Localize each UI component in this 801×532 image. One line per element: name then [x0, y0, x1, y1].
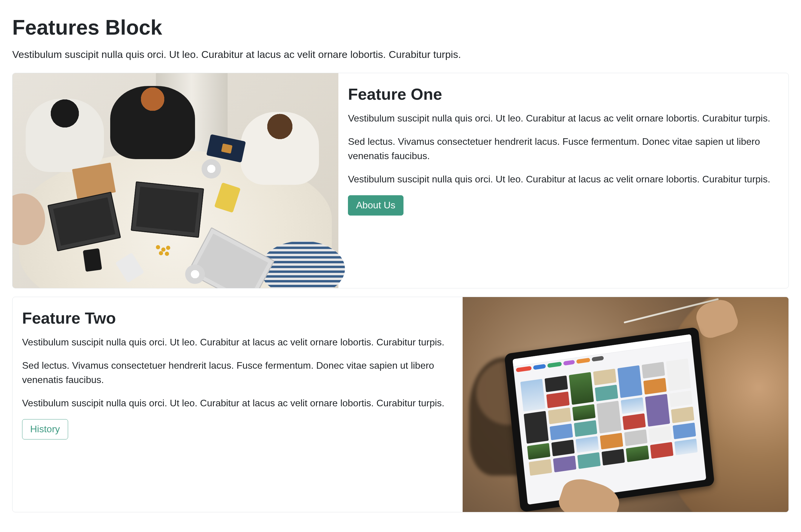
feature-one-paragraph: Vestibulum suscipit nulla quis orci. Ut …	[348, 172, 779, 186]
about-us-button[interactable]: About Us	[348, 195, 404, 215]
feature-two-paragraph: Vestibulum suscipit nulla quis orci. Ut …	[22, 335, 453, 349]
feature-two-body: Feature Two Vestibulum suscipit nulla qu…	[13, 297, 463, 512]
page-title: Features Block	[12, 12, 789, 43]
feature-one-paragraph: Vestibulum suscipit nulla quis orci. Ut …	[348, 111, 779, 126]
feature-card-one: Feature One Vestibulum suscipit nulla qu…	[12, 73, 789, 288]
feature-two-paragraph: Sed lectus. Vivamus consectetuer hendrer…	[22, 358, 453, 387]
history-button[interactable]: History	[22, 419, 68, 439]
feature-card-two: Feature Two Vestibulum suscipit nulla qu…	[12, 297, 789, 512]
feature-two-paragraph: Vestibulum suscipit nulla quis orci. Ut …	[22, 396, 453, 410]
feature-one-title: Feature One	[348, 82, 779, 106]
feature-one-paragraph: Sed lectus. Vivamus consectetuer hendrer…	[348, 134, 779, 163]
feature-two-image	[463, 297, 788, 512]
feature-one-body: Feature One Vestibulum suscipit nulla qu…	[338, 73, 788, 288]
feature-one-image	[13, 73, 338, 288]
page-subtitle: Vestibulum suscipit nulla quis orci. Ut …	[12, 47, 789, 62]
feature-two-title: Feature Two	[22, 306, 453, 330]
page-container: Features Block Vestibulum suscipit nulla…	[12, 12, 789, 512]
